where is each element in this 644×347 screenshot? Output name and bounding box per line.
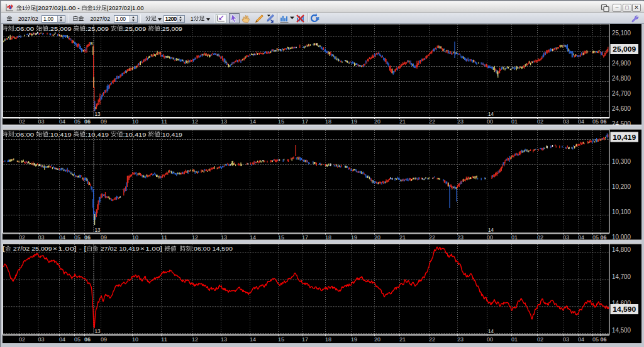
- svg-text:02: 02: [19, 234, 25, 241]
- svg-text:09: 09: [101, 336, 107, 343]
- svg-text:02: 02: [19, 336, 25, 343]
- svg-text::06:00 14,590: :06:00 14,590: [192, 245, 233, 252]
- svg-text:13: 13: [221, 234, 227, 241]
- svg-text:27/02 10,419: 27/02 10,419: [99, 245, 140, 252]
- svg-text:14,800: 14,800: [612, 246, 631, 253]
- svg-text:06: 06: [601, 336, 607, 343]
- svg-text:13: 13: [221, 336, 227, 343]
- svg-text:14: 14: [488, 110, 494, 117]
- svg-text:05: 05: [74, 118, 80, 125]
- svg-text::25,009: :25,009: [86, 25, 111, 32]
- svg-text:01: 01: [511, 234, 518, 241]
- svg-text:22: 22: [429, 234, 435, 241]
- svg-text:×: ×: [53, 245, 57, 252]
- svg-text:10: 10: [132, 118, 138, 125]
- svg-text:06: 06: [84, 118, 91, 125]
- svg-text:10,100: 10,100: [612, 208, 631, 215]
- svg-text:24,600: 24,600: [612, 105, 631, 112]
- svg-text:23: 23: [457, 336, 464, 343]
- svg-text:25,100: 25,100: [612, 30, 631, 37]
- svg-text:13: 13: [95, 226, 101, 233]
- svg-text:18: 18: [325, 336, 331, 343]
- svg-text:03: 03: [563, 336, 569, 343]
- svg-text:00: 00: [487, 118, 493, 125]
- svg-text:10,300: 10,300: [612, 158, 631, 165]
- svg-text:13: 13: [221, 118, 227, 125]
- svg-text:10,000: 10,000: [612, 234, 631, 241]
- svg-text:25,009: 25,009: [613, 45, 636, 53]
- svg-text:04: 04: [59, 336, 65, 343]
- svg-text::10,419: :10,419: [123, 131, 148, 138]
- svg-text:14: 14: [488, 327, 494, 334]
- svg-text:06: 06: [601, 234, 607, 241]
- svg-text:15: 15: [278, 234, 284, 241]
- svg-text:14: 14: [488, 226, 494, 233]
- svg-text:05: 05: [74, 336, 80, 343]
- svg-text:2027/02: 2027/02: [18, 16, 38, 22]
- svg-text:21: 21: [399, 336, 406, 343]
- svg-text:09: 09: [101, 234, 107, 241]
- svg-text:1.00] - [: 1.00] - [: [58, 245, 86, 252]
- svg-text:01: 01: [511, 336, 518, 343]
- svg-text:1.00]: 1.00]: [145, 245, 164, 252]
- svg-text:03: 03: [563, 118, 569, 125]
- svg-text:10,200: 10,200: [612, 183, 631, 190]
- svg-text:21: 21: [399, 118, 406, 125]
- svg-text:02: 02: [19, 118, 25, 125]
- svg-text:14,700: 14,700: [612, 273, 631, 280]
- svg-text:06: 06: [84, 336, 91, 343]
- svg-text:15: 15: [278, 118, 284, 125]
- svg-text:[2027/02]1.00: [2027/02]1.00: [107, 5, 144, 11]
- svg-text:24,800: 24,800: [612, 75, 631, 82]
- svg-text:10: 10: [132, 234, 138, 241]
- svg-text:1: 1: [191, 16, 194, 22]
- svg-text:12: 12: [192, 118, 198, 125]
- svg-text:11: 11: [161, 336, 167, 343]
- svg-text:18: 18: [325, 234, 331, 241]
- svg-text:14,590: 14,590: [613, 305, 636, 313]
- svg-text:03: 03: [563, 234, 569, 241]
- svg-text:04: 04: [59, 118, 65, 125]
- svg-text:13: 13: [95, 327, 101, 334]
- svg-text:03: 03: [38, 118, 45, 125]
- svg-text:24,700: 24,700: [612, 90, 631, 97]
- svg-text:19: 19: [351, 118, 357, 125]
- svg-text:12: 12: [192, 234, 198, 241]
- svg-text:06: 06: [601, 118, 607, 125]
- svg-text:03: 03: [38, 336, 45, 343]
- svg-text:17: 17: [302, 118, 308, 125]
- svg-text:2027/02: 2027/02: [91, 16, 111, 22]
- svg-text::06:00: :06:00: [14, 25, 36, 32]
- svg-text:17: 17: [302, 336, 308, 343]
- svg-text:02: 02: [537, 118, 543, 125]
- svg-text:06: 06: [84, 234, 91, 241]
- svg-text:05: 05: [74, 234, 80, 241]
- svg-text:22: 22: [429, 336, 435, 343]
- svg-text:[: [: [3, 245, 6, 252]
- svg-text::10,419: :10,419: [160, 131, 182, 138]
- svg-text:05: 05: [592, 336, 599, 343]
- svg-text:27/02 25,009: 27/02 25,009: [11, 245, 52, 252]
- svg-text:19: 19: [351, 234, 357, 241]
- svg-text:24,900: 24,900: [612, 60, 631, 67]
- svg-text:11: 11: [161, 118, 167, 125]
- svg-text:23: 23: [457, 234, 464, 241]
- svg-text::10,419: :10,419: [86, 131, 111, 138]
- svg-text::10,419: :10,419: [48, 131, 74, 138]
- svg-text:18: 18: [325, 118, 331, 125]
- svg-text:02: 02: [537, 234, 543, 241]
- svg-text:20: 20: [374, 234, 380, 241]
- svg-text:05: 05: [592, 118, 599, 125]
- svg-text:12: 12: [192, 336, 198, 343]
- svg-text::06:00: :06:00: [14, 131, 36, 138]
- svg-text:23: 23: [457, 118, 464, 125]
- svg-text:1: 1: [93, 5, 96, 11]
- svg-text:13: 13: [95, 110, 101, 117]
- svg-text:05: 05: [592, 234, 599, 241]
- svg-text::25,009: :25,009: [123, 25, 148, 32]
- svg-text:14,500: 14,500: [612, 327, 631, 334]
- svg-text:14: 14: [250, 234, 256, 241]
- svg-text:19: 19: [351, 336, 357, 343]
- svg-text:01: 01: [511, 118, 518, 125]
- svg-text:10: 10: [132, 336, 138, 343]
